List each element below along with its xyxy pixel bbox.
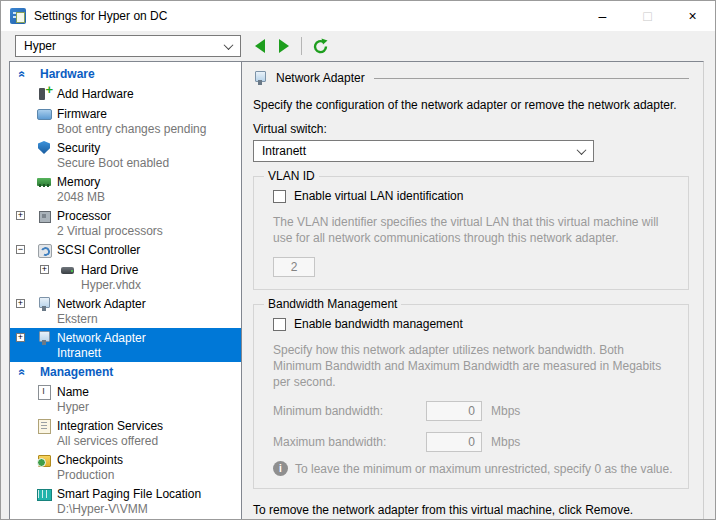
enable-vlan-label: Enable virtual LAN identification [294,189,463,203]
sidebar-item-label: Processor [57,208,163,224]
title-bar: Settings for Hyper on DC – □ × [1,1,715,31]
sidebar-item-sublabel: D:\Hyper-V\VMM [57,502,201,516]
bandwidth-groupbox: Bandwidth Management Enable bandwidth ma… [253,304,689,489]
section-label: Hardware [40,67,95,81]
toolbar-divider [301,37,302,55]
vlan-group-title: VLAN ID [264,169,319,183]
expander-icon[interactable]: + [16,333,25,342]
firmware-icon [37,107,51,121]
name-icon [37,385,51,399]
settings-window: Settings for Hyper on DC – □ × Hyper « H… [0,0,716,520]
back-button[interactable] [255,39,265,53]
min-bandwidth-unit: Mbps [491,404,520,418]
max-bandwidth-label: Maximum bandwidth: [273,435,426,449]
sidebar-item-label: Checkpoints [57,452,123,468]
maximize-button: □ [625,1,670,31]
virtual-switch-select[interactable]: Intranett [253,140,594,162]
sidebar-item[interactable]: Name Hyper [10,382,241,416]
add-hardware-icon [37,87,51,101]
sidebar-section-hardware[interactable]: « Hardware [10,64,241,84]
sidebar-item[interactable]: Firmware Boot entry changes pending [10,104,241,138]
enable-vlan-checkbox[interactable] [273,190,286,203]
sidebar-item-sublabel: Hyper.vhdx [81,278,141,292]
sidebar-item-label: SCSI Controller [57,242,140,258]
sidebar-item[interactable]: Memory 2048 MB [10,172,241,206]
forward-button[interactable] [279,39,289,53]
settings-panel: Network Adapter Specify the configuratio… [242,61,704,520]
header-rule [374,78,689,79]
sidebar-item[interactable]: + Processor 2 Virtual processors [10,206,241,240]
sidebar-item[interactable]: Add Hardware [10,84,241,104]
sidebar-item-sublabel: Secure Boot enabled [57,156,169,170]
hard-drive-icon [61,263,75,277]
max-bandwidth-unit: Mbps [491,435,520,449]
sidebar-list: « Hardware Add Hardware Firmware Boot en… [10,64,241,520]
integration-icon [37,419,51,433]
vm-selector[interactable]: Hyper [15,35,241,57]
section-label: Management [40,365,113,379]
sidebar-item[interactable]: Checkpoints Production [10,450,241,484]
scsi-icon [37,243,51,257]
vlan-id-input [273,257,315,277]
close-button[interactable]: × [670,1,715,31]
expander-icon[interactable]: + [40,265,49,274]
sidebar-item-label: Add Hardware [57,86,134,102]
max-bandwidth-input [426,432,482,452]
vlan-groupbox: VLAN ID Enable virtual LAN identificatio… [253,176,689,290]
sidebar-item-sublabel: Boot entry changes pending [57,122,206,136]
processor-icon [37,209,51,223]
sidebar-item-label: Firmware [57,106,206,122]
expander-icon[interactable]: + [16,299,25,308]
sidebar-item-sublabel: All services offered [57,434,163,448]
sidebar-item[interactable]: + Network Adapter Ekstern [10,294,241,328]
sidebar-item-sublabel: Ekstern [57,312,146,326]
smart-paging-icon [37,487,51,501]
collapse-icon[interactable]: « [15,68,29,80]
collapse-icon[interactable]: « [15,366,29,378]
network-adapter-icon [37,331,51,345]
expander-icon[interactable]: − [16,245,25,254]
sidebar-item-sublabel: Hyper [57,400,89,414]
virtual-switch-label: Virtual switch: [253,122,689,136]
toolbar: Hyper [1,31,715,61]
bandwidth-description: Specify how this network adapter utilize… [273,342,674,390]
network-adapter-icon [253,71,267,85]
sidebar-item[interactable]: Integration Services All services offere… [10,416,241,450]
minimize-button[interactable]: – [580,1,625,31]
sidebar-item-label: Name [57,384,89,400]
sidebar-item[interactable]: + Network Adapter Intranett [10,328,241,362]
checkpoints-icon [37,453,51,467]
expander-icon[interactable]: + [16,211,25,220]
settings-sidebar: « Hardware Add Hardware Firmware Boot en… [9,61,242,520]
bandwidth-note: To leave the minimum or maximum unrestri… [295,462,672,476]
sidebar-item[interactable]: Security Secure Boot enabled [10,138,241,172]
sidebar-item-label: Hard Drive [81,262,141,278]
enable-bandwidth-checkbox[interactable] [273,318,286,331]
refresh-icon [312,38,329,55]
app-icon [10,8,26,24]
vlan-description: The VLAN identifier specifies the virtua… [273,214,674,246]
virtual-switch-value: Intranett [262,144,306,158]
sidebar-item-label: Smart Paging File Location [57,486,201,502]
panel-header: Network Adapter [253,71,689,85]
panel-intro: Specify the configuration of the network… [253,98,689,112]
sidebar-item-label: Security [57,140,169,156]
min-bandwidth-input [426,401,482,421]
sidebar-item[interactable]: − SCSI Controller [10,240,241,260]
enable-bandwidth-label: Enable bandwidth management [294,317,463,331]
sidebar-item[interactable]: + Hard Drive Hyper.vhdx [10,260,241,294]
network-adapter-icon [37,297,51,311]
vm-selector-value: Hyper [24,39,56,53]
security-icon [37,141,51,155]
bandwidth-group-title: Bandwidth Management [264,297,401,311]
sidebar-item-label: Network Adapter [57,296,146,312]
chevron-down-icon [224,40,234,50]
chevron-down-icon [577,145,587,155]
sidebar-section-management[interactable]: « Management [10,362,241,382]
remove-instruction: To remove the network adapter from this … [253,503,689,517]
memory-icon [37,175,51,189]
refresh-button[interactable] [312,38,329,55]
sidebar-item[interactable]: Smart Paging File Location D:\Hyper-V\VM… [10,484,241,518]
window-title: Settings for Hyper on DC [34,9,580,23]
panel-title: Network Adapter [276,71,365,85]
